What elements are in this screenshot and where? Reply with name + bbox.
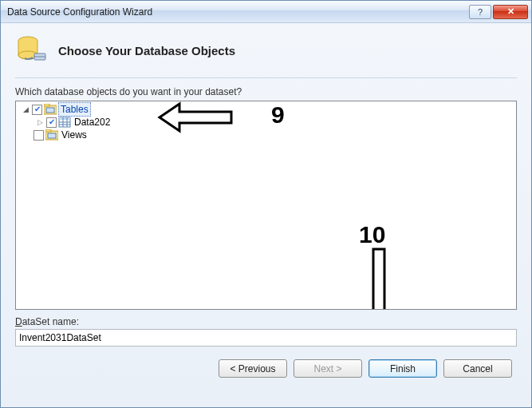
- svg-point-4: [31, 57, 33, 60]
- tables-folder-icon: [44, 104, 57, 115]
- svg-rect-7: [46, 108, 54, 113]
- expander-open-icon[interactable]: ◢: [21, 105, 30, 114]
- help-icon: ?: [478, 7, 483, 17]
- page-title: Choose Your Database Objects: [58, 44, 235, 57]
- svg-rect-6: [44, 104, 49, 106]
- tree-node-data202[interactable]: ▷ Data202: [18, 116, 514, 129]
- views-label[interactable]: Views: [60, 129, 89, 141]
- close-button[interactable]: ✕: [493, 5, 528, 19]
- next-button: Next >: [294, 359, 362, 378]
- content-area: Choose Your Database Objects Which datab…: [1, 23, 531, 407]
- wizard-window: Data Source Configuration Wizard ? ✕ Cho…: [0, 0, 532, 408]
- wizard-button-row: < Previous Next > Finish Cancel: [15, 351, 517, 378]
- dataset-name-label: DataSet name:: [15, 316, 517, 327]
- cancel-button[interactable]: Cancel: [443, 359, 512, 378]
- checkbox-tables[interactable]: [32, 105, 42, 115]
- svg-rect-16: [48, 133, 56, 138]
- checkbox-views[interactable]: [33, 130, 44, 141]
- titlebar[interactable]: Data Source Configuration Wizard ? ✕: [1, 1, 531, 23]
- table-icon: [58, 117, 71, 128]
- dataset-name-accel: D: [15, 316, 22, 327]
- help-button[interactable]: ?: [469, 5, 491, 19]
- expander-closed-icon[interactable]: ▷: [35, 117, 45, 127]
- svg-rect-15: [45, 129, 51, 132]
- prompt-label: Which database objects do you want in yo…: [15, 86, 517, 97]
- tables-label[interactable]: Tables: [58, 102, 91, 117]
- database-icon: [15, 34, 47, 66]
- finish-button[interactable]: Finish: [368, 359, 437, 378]
- dataset-name-input[interactable]: [15, 329, 517, 347]
- previous-button[interactable]: < Previous: [219, 359, 287, 378]
- views-folder-icon: [45, 129, 58, 141]
- divider: [15, 77, 517, 78]
- database-objects-tree[interactable]: ◢ Tables ▷ Data202: [15, 101, 517, 310]
- tree-node-tables[interactable]: ◢ Tables: [18, 103, 514, 116]
- annotation-label-10: 10: [359, 221, 385, 248]
- annotation-arrow-10: [359, 249, 399, 310]
- svg-rect-9: [59, 117, 70, 120]
- svg-marker-18: [365, 249, 392, 310]
- window-title: Data Source Configuration Wizard: [7, 6, 469, 18]
- checkbox-data202[interactable]: [46, 117, 57, 128]
- titlebar-buttons: ? ✕: [469, 5, 528, 19]
- close-icon: ✕: [507, 6, 514, 17]
- tree-node-views[interactable]: Views: [18, 129, 514, 141]
- data202-label[interactable]: Data202: [73, 116, 112, 129]
- header-row: Choose Your Database Objects: [15, 34, 517, 77]
